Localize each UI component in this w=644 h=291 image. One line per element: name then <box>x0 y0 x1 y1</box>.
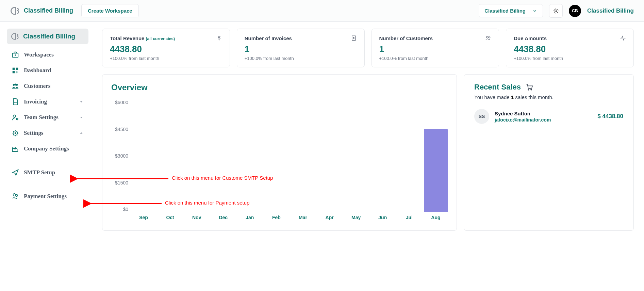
chart-y-tick: $4500 <box>111 127 128 132</box>
sale-amount: $ 4438.80 <box>597 113 623 120</box>
chart-y-axis: $6000$4500$3000$1500$0 <box>111 100 128 212</box>
svg-marker-27 <box>80 132 83 134</box>
sidebar-divider <box>10 207 85 207</box>
svg-point-22 <box>13 115 16 117</box>
chart-x-tick: Jan <box>238 215 262 222</box>
stat-change: +100.0% from last month <box>110 56 222 61</box>
user-avatar[interactable]: CB <box>569 5 581 17</box>
chart-x-tick: Oct <box>158 215 182 222</box>
svg-point-26 <box>15 132 16 134</box>
svg-rect-15 <box>13 71 15 73</box>
svg-point-37 <box>531 89 532 90</box>
recent-sales-title: Recent Sales <box>474 83 521 92</box>
send-icon <box>12 169 19 176</box>
sale-name: Sydnee Sutton <box>495 111 592 116</box>
brand-logo-icon <box>11 32 20 41</box>
svg-text:$: $ <box>15 101 16 103</box>
caret-down-icon <box>79 115 84 120</box>
svg-rect-14 <box>16 68 18 70</box>
sun-icon <box>553 8 559 14</box>
stat-value: 1 <box>245 44 357 54</box>
cart-icon <box>526 83 533 91</box>
svg-marker-21 <box>80 101 83 102</box>
gear-icon <box>12 129 19 137</box>
stat-value: 4438.80 <box>110 44 222 54</box>
create-workspace-button[interactable]: Create Workspace <box>81 4 139 17</box>
stat-title: Due Amounts <box>514 35 547 41</box>
brand-logo-icon <box>10 6 20 16</box>
svg-point-36 <box>528 89 529 90</box>
coins-hand-icon <box>12 193 19 200</box>
user-name: Classified Billing <box>587 7 634 14</box>
chart-x-tick: May <box>344 215 368 222</box>
sidebar-item-dashboard[interactable]: Dashboard <box>7 63 88 78</box>
chart-x-tick: Dec <box>211 215 235 222</box>
brand-name: Classified Billing <box>24 7 73 14</box>
invoice-dollar-icon <box>351 35 357 41</box>
chart-x-tick: Feb <box>264 215 288 222</box>
sidebar-item-label: Team Settings <box>24 114 59 121</box>
stat-card-revenue: Total Revenue (all currencies) 4438.80 +… <box>102 29 230 67</box>
stat-title: Number of Invoices <box>245 35 292 41</box>
sale-item[interactable]: SS Sydnee Sutton jatocixo@mailinator.com… <box>474 109 623 124</box>
invoice-icon: $ <box>12 98 19 106</box>
stat-card-due: Due Amounts 4438.80 +100.0% from last mo… <box>506 29 634 67</box>
svg-point-30 <box>16 195 17 197</box>
chevron-down-icon <box>532 9 537 13</box>
sidebar-item-label: Payment Settings <box>24 193 67 200</box>
people-icon <box>12 82 19 90</box>
stat-card-customers: Number of Customers 1 +100.0% from last … <box>371 29 499 67</box>
stat-change: +100.0% from last month <box>379 56 492 61</box>
chart-y-tick: $3000 <box>111 153 128 159</box>
sidebar-item-invoicing[interactable]: $ Invoicing <box>7 94 88 110</box>
stat-change: +100.0% from last month <box>245 56 357 61</box>
sidebar-item-label: Workspaces <box>24 51 54 58</box>
stat-change: +100.0% from last month <box>514 56 626 61</box>
svg-line-8 <box>554 12 555 13</box>
sidebar-item-company-settings[interactable]: Company Settings <box>7 141 88 157</box>
svg-point-35 <box>489 37 490 38</box>
sale-avatar: SS <box>474 109 489 124</box>
sidebar-item-customers[interactable]: Customers <box>7 78 88 94</box>
overview-card: Overview $6000$4500$3000$1500$0 SepOctNo… <box>102 74 457 231</box>
recent-sales-card: Recent Sales You have made 1 sales this … <box>464 74 634 231</box>
stat-value: 4438.80 <box>514 44 626 54</box>
overview-title: Overview <box>111 83 448 92</box>
user-gear-icon <box>12 114 19 121</box>
sale-email: jatocixo@mailinator.com <box>495 117 592 123</box>
stat-cards-row: Total Revenue (all currencies) 4438.80 +… <box>102 29 634 67</box>
caret-up-icon <box>79 131 84 135</box>
workspace-selector-label: Classified Billing <box>484 8 526 14</box>
svg-point-18 <box>14 83 16 85</box>
svg-point-12 <box>15 54 16 56</box>
svg-marker-24 <box>80 117 83 118</box>
top-bar: Classified Billing Create Workspace Clas… <box>0 0 644 22</box>
sidebar-item-workspaces[interactable]: Workspaces <box>7 47 88 63</box>
sidebar-item-smtp-setup[interactable]: SMTP Setup <box>7 165 88 180</box>
sidebar-item-payment-settings[interactable]: Payment Settings <box>7 189 88 204</box>
brand-logo-group[interactable]: Classified Billing <box>10 6 73 16</box>
sidebar-item-label: SMTP Setup <box>24 169 55 176</box>
sidebar-item-label: Settings <box>24 130 44 136</box>
theme-toggle-button[interactable] <box>549 4 563 18</box>
users-icon <box>485 35 491 41</box>
stat-title: Total Revenue (all currencies) <box>110 35 175 41</box>
main-content: Total Revenue (all currencies) 4438.80 +… <box>92 22 644 238</box>
svg-point-1 <box>555 10 557 12</box>
svg-line-9 <box>557 9 558 9</box>
chart-x-tick: Mar <box>291 215 315 222</box>
stat-title: Number of Customers <box>379 35 433 41</box>
svg-point-34 <box>486 36 488 38</box>
sidebar-header-label: Classified Billing <box>23 33 75 40</box>
chart-x-axis: SepOctNovDecJanFebMarAprMayJunJulAug <box>132 215 448 222</box>
sidebar-header[interactable]: Classified Billing <box>7 29 88 44</box>
briefcase-icon <box>12 51 19 59</box>
chart-plot <box>132 100 448 212</box>
sidebar-item-settings[interactable]: Settings <box>7 125 88 141</box>
sidebar-item-team-settings[interactable]: Team Settings <box>7 110 88 125</box>
chart-y-tick: $1500 <box>111 180 128 185</box>
workspace-selector[interactable]: Classified Billing <box>479 4 543 17</box>
stat-value: 1 <box>379 44 492 54</box>
chart-x-tick: Apr <box>318 215 342 222</box>
chart-x-tick: Jul <box>397 215 421 222</box>
